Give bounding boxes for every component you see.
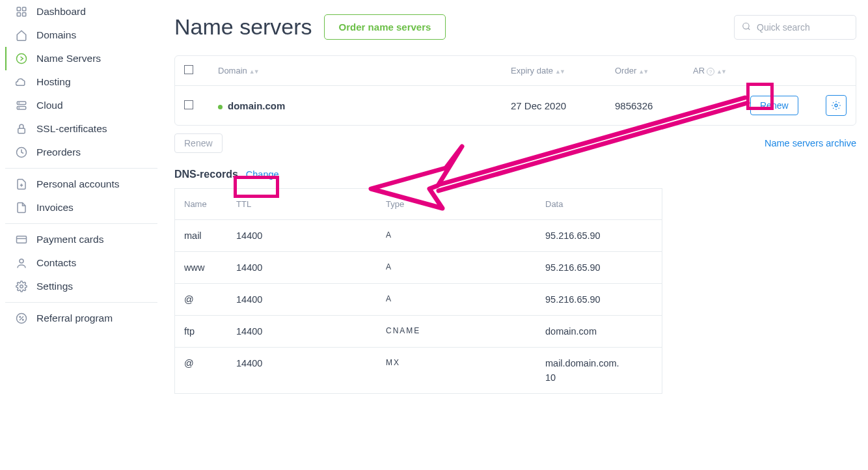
svg-rect-3: [23, 13, 26, 16]
col-ttl: TTL: [236, 199, 386, 209]
file-icon: [16, 202, 27, 214]
dns-change-link[interactable]: Change: [246, 169, 279, 180]
sidebar: Dashboard Domains Name Servers Hosting C…: [0, 0, 163, 470]
svg-point-7: [19, 103, 20, 104]
table-header: Domain▲▼ Expiry date▲▼ Order▲▼ AR?▲▼: [175, 56, 856, 86]
dns-ttl: 14400: [236, 262, 386, 273]
sidebar-item-name-servers[interactable]: Name Servers: [5, 47, 157, 70]
sidebar-item-label: Cloud: [36, 100, 63, 111]
name-servers-archive-link[interactable]: Name servers archive: [765, 138, 856, 148]
dns-type: CNAME: [386, 326, 545, 337]
select-all-checkbox[interactable]: [184, 65, 193, 74]
dns-ttl: 14400: [236, 326, 386, 337]
sort-icon[interactable]: ▲▼: [249, 68, 258, 75]
dns-name: mail: [184, 230, 236, 241]
domain-table: Domain▲▼ Expiry date▲▼ Order▲▼ AR?▲▼ dom…: [174, 55, 856, 126]
main-content: Name servers Order name servers Domain▲▼…: [163, 0, 868, 470]
dns-row: ftp 14400 CNAME domain.com: [175, 315, 662, 347]
sidebar-item-settings[interactable]: Settings: [5, 275, 157, 298]
row-settings-button[interactable]: [826, 95, 847, 116]
page-header: Name servers Order name servers: [174, 14, 856, 40]
sidebar-item-cloud[interactable]: Cloud: [5, 94, 157, 117]
dns-data: 95.216.65.90: [545, 262, 653, 273]
dns-table: Name TTL Type Data mail 14400 A 95.216.6…: [174, 188, 662, 394]
col-expiry[interactable]: Expiry date: [511, 66, 553, 76]
dns-name: @: [184, 358, 236, 383]
clock-icon: [16, 146, 27, 158]
svg-rect-9: [18, 128, 25, 133]
dns-type: A: [386, 294, 545, 305]
server-icon: [16, 100, 27, 111]
sort-icon[interactable]: ▲▼: [638, 68, 647, 75]
sidebar-group: Personal accounts Invoices: [5, 168, 157, 223]
bulk-renew-button[interactable]: Renew: [174, 133, 223, 153]
gear-icon: [16, 281, 27, 292]
sidebar-item-domains[interactable]: Domains: [5, 23, 157, 47]
dns-data: 95.216.65.90: [545, 230, 653, 241]
sort-icon[interactable]: ▲▼: [555, 68, 564, 75]
card-icon: [16, 234, 27, 245]
dns-name: ftp: [184, 326, 236, 337]
sidebar-item-label: Invoices: [36, 202, 74, 214]
svg-rect-11: [17, 236, 27, 243]
svg-point-16: [23, 320, 24, 321]
dns-type: MX: [386, 358, 545, 383]
sidebar-item-label: Domains: [36, 29, 76, 41]
svg-point-12: [20, 259, 23, 263]
renew-button[interactable]: Renew: [750, 96, 798, 115]
dns-header: Name TTL Type Data: [175, 189, 662, 219]
sort-icon[interactable]: ▲▼: [716, 68, 726, 75]
dns-row: mail 14400 A 95.216.65.90: [175, 219, 662, 251]
dns-row: @ 14400 MX mail.domain.com. 10: [175, 347, 662, 393]
domain-name[interactable]: domain.com: [228, 100, 285, 111]
sidebar-item-referral[interactable]: Referral program: [5, 307, 157, 330]
sidebar-item-cards[interactable]: Payment cards: [5, 228, 157, 251]
col-data: Data: [545, 199, 653, 209]
svg-point-17: [743, 23, 749, 29]
dns-data: mail.domain.com.: [545, 358, 653, 368]
status-dot-icon: [218, 105, 223, 109]
dns-type: A: [386, 230, 545, 241]
svg-point-4: [17, 54, 27, 64]
svg-rect-2: [17, 13, 20, 16]
dns-row: www 14400 A 95.216.65.90: [175, 251, 662, 283]
home-icon: [16, 29, 27, 41]
sidebar-item-ssl[interactable]: SSL-certificates: [5, 117, 157, 141]
svg-point-15: [20, 316, 21, 318]
file-plus-icon: [16, 178, 27, 190]
row-checkbox[interactable]: [184, 100, 193, 109]
sidebar-item-preorders[interactable]: Preorders: [5, 141, 157, 164]
order-name-servers-button[interactable]: Order name servers: [324, 14, 446, 40]
sidebar-item-contacts[interactable]: Contacts: [5, 251, 157, 275]
search-input[interactable]: [734, 15, 856, 40]
dns-data: domain.com: [545, 326, 653, 337]
dns-type: A: [386, 262, 545, 273]
dns-ttl: 14400: [236, 358, 386, 383]
sidebar-item-accounts[interactable]: Personal accounts: [5, 173, 157, 196]
sidebar-item-label: SSL-certificates: [36, 123, 107, 135]
col-order[interactable]: Order: [615, 66, 636, 76]
svg-point-8: [19, 107, 20, 108]
sidebar-item-invoices[interactable]: Invoices: [5, 196, 157, 219]
sidebar-item-dashboard[interactable]: Dashboard: [5, 0, 157, 23]
sidebar-item-label: Settings: [36, 281, 73, 292]
sidebar-item-label: Dashboard: [36, 6, 86, 18]
sidebar-item-label: Payment cards: [36, 234, 103, 245]
sidebar-item-hosting[interactable]: Hosting: [5, 70, 157, 94]
sidebar-group: Dashboard Domains Name Servers Hosting C…: [5, 0, 157, 168]
dns-data: 95.216.65.90: [545, 294, 653, 305]
sidebar-item-label: Referral program: [36, 312, 113, 324]
col-domain[interactable]: Domain: [218, 66, 247, 76]
col-ar[interactable]: AR: [693, 66, 705, 76]
help-icon[interactable]: ?: [707, 68, 714, 76]
sidebar-group: Payment cards Contacts Settings: [5, 223, 157, 302]
svg-rect-1: [23, 7, 26, 10]
expiry-date: 27 Dec 2020: [511, 100, 615, 111]
sidebar-group: Referral program: [5, 302, 157, 334]
sidebar-item-label: Preorders: [36, 146, 81, 158]
svg-point-18: [835, 104, 837, 107]
dns-row: @ 14400 A 95.216.65.90: [175, 283, 662, 315]
dns-name: www: [184, 262, 236, 273]
search-icon: [742, 21, 751, 33]
sidebar-item-label: Hosting: [36, 76, 71, 88]
